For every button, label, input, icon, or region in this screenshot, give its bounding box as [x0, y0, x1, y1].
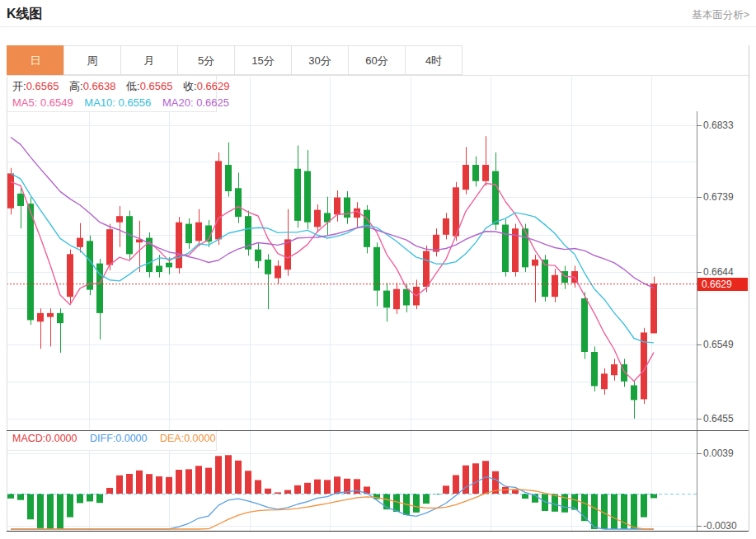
axis-tick-main-4: 0.6455	[703, 413, 734, 424]
ohlc-info-box: 开:0.6565 高:0.6638 低:0.6565 收:0.6629 MA5:…	[7, 76, 217, 112]
header-divider	[0, 26, 756, 27]
macd-value: MACD:0.0000	[12, 433, 77, 444]
diff-value: DIFF:0.0000	[90, 433, 147, 444]
high-label: 高:	[69, 80, 83, 92]
kline-page: K线图 基本面分析> 日 周 月 5分 15分 30分 60分 4时 开:0.6…	[0, 0, 756, 539]
page-title: K线图	[7, 6, 43, 23]
dea-value: DEA:0.0000	[160, 433, 215, 444]
tab-30min[interactable]: 30分	[291, 45, 349, 75]
tab-weekly[interactable]: 周	[63, 45, 121, 75]
macd-info-box: MACD:0.0000 DIFF:0.0000 DEA:0.0000	[7, 431, 217, 451]
tab-5min[interactable]: 5分	[177, 45, 235, 75]
ohlc-line: 开:0.6565 高:0.6638 低:0.6565 收:0.6629	[12, 78, 216, 95]
axis-tick-main-3: 0.6549	[703, 339, 734, 350]
axis-tick-macd-0: 0.0039	[703, 448, 734, 459]
tab-4hour[interactable]: 4时	[405, 45, 463, 75]
last-price-badge: 0.6629	[697, 278, 748, 291]
close-value: 0.6629	[197, 80, 230, 92]
tab-daily[interactable]: 日	[7, 45, 64, 75]
axis-tick-main-0: 0.6833	[703, 120, 734, 131]
tab-60min[interactable]: 60分	[348, 45, 406, 75]
ma5-value: MA5: 0.6549	[12, 96, 73, 109]
fundamental-analysis-link[interactable]: 基本面分析>	[692, 8, 749, 22]
high-value: 0.6638	[83, 80, 116, 92]
low-value: 0.6565	[140, 80, 173, 92]
axis-tick-main-1: 0.6739	[703, 191, 734, 203]
tab-15min[interactable]: 15分	[234, 45, 292, 75]
ma20-value: MA20: 0.6625	[162, 96, 229, 109]
axis-tick-main-2: 0.6644	[703, 266, 734, 278]
open-value: 0.6565	[26, 80, 59, 92]
tab-monthly[interactable]: 月	[120, 45, 178, 75]
ma-line: MA5: 0.6549 MA10: 0.6556 MA20: 0.6625	[12, 95, 216, 111]
close-label: 收:	[183, 80, 197, 92]
period-tabbar: 日 周 月 5分 15分 30分 60分 4时	[7, 45, 463, 75]
ma10-value: MA10: 0.6556	[84, 96, 151, 109]
low-label: 低:	[126, 80, 140, 92]
open-label: 开:	[12, 80, 26, 92]
axis-tick-macd-1: -0.0030	[703, 520, 737, 532]
